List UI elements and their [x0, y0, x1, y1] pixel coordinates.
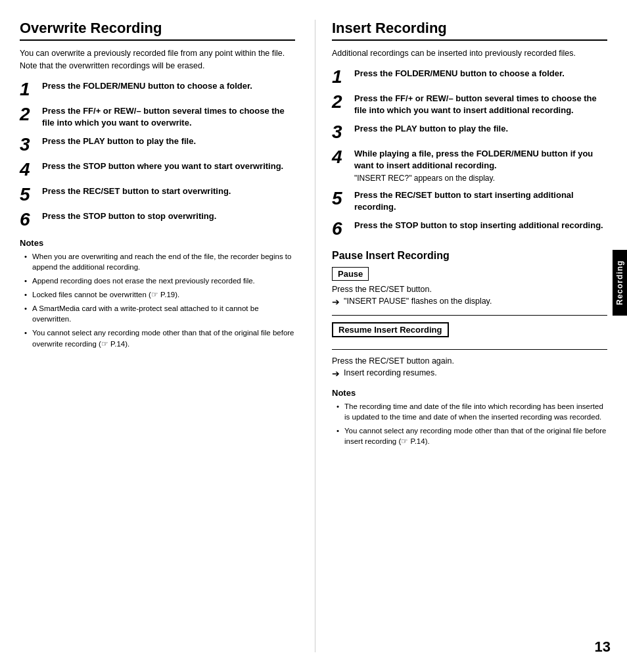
right-note-item: You cannot select any recording mode oth… — [335, 425, 607, 446]
left-steps-list: 1 Press the FOLDER/MENU button to choose… — [20, 80, 295, 229]
left-notes-section: Notes When you are overwriting and reach… — [20, 238, 295, 349]
step-text: Press the FOLDER/MENU button to choose a… — [42, 80, 252, 92]
left-note-item: A SmartMedia card with a write-protect s… — [23, 303, 295, 324]
right-steps-list: 1 Press the FOLDER/MENU button to choose… — [332, 68, 607, 238]
step-number: 6 — [20, 210, 38, 229]
right-step-item: 3 Press the PLAY button to play the file… — [332, 123, 607, 141]
step-text: Press the PLAY button to play the file. — [354, 124, 508, 133]
step-text: Press the FF/+ or REW/– button several t… — [42, 105, 295, 129]
left-notes-list: When you are overwriting and reach the e… — [20, 251, 295, 349]
left-note-item: You cannot select any recording mode oth… — [23, 327, 295, 348]
arrow-right-icon2: ➔ — [332, 368, 340, 379]
left-step-item: 1 Press the FOLDER/MENU button to choose… — [20, 80, 295, 99]
pause-box: Pause — [332, 267, 369, 281]
left-intro: You can overwrite a previously recorded … — [20, 47, 295, 72]
step-number: 5 — [20, 185, 38, 204]
right-step-item: 6 Press the STOP button to stop insertin… — [332, 220, 607, 238]
step-number: 4 — [20, 160, 38, 179]
step-text: Press the FOLDER/MENU button to choose a… — [354, 68, 565, 78]
pause-section-title: Pause Insert Recording — [332, 250, 607, 262]
step-number: 2 — [332, 93, 350, 111]
right-step-item: 1 Press the FOLDER/MENU button to choose… — [332, 68, 607, 86]
right-section-title: Insert Recording — [332, 20, 607, 41]
step-number: 3 — [20, 135, 38, 154]
resume-desc: Press the REC/SET button again. — [332, 356, 607, 366]
step-text: Press the STOP button to stop inserting … — [354, 220, 603, 230]
arrow-right-icon: ➔ — [332, 297, 340, 307]
right-notes-list: The recording time and date of the file … — [332, 401, 607, 446]
step-text: While playing a file, press the FOLDER/M… — [354, 149, 593, 170]
left-note-item: When you are overwriting and reach the e… — [23, 251, 295, 272]
left-step-item: 5 Press the REC/SET button to start over… — [20, 185, 295, 204]
step-text: Press the PLAY button to play the file. — [42, 135, 196, 147]
left-step-item: 4 Press the STOP button where you want t… — [20, 160, 295, 179]
pause-arrow-item: ➔ "INSERT PAUSE" flashes on the display. — [332, 297, 607, 307]
resume-arrow-item: ➔ Insert recording resumes. — [332, 368, 607, 379]
step-text: Press the STOP button to stop overwritin… — [42, 210, 216, 222]
divider — [332, 315, 607, 316]
divider2 — [332, 349, 607, 350]
right-step-item: 2 Press the FF/+ or REW/– button several… — [332, 93, 607, 116]
left-note-item: Locked files cannot be overwritten (☞ P.… — [23, 289, 295, 300]
step-number: 6 — [332, 220, 350, 238]
step-text: Press the REC/SET button to start insert… — [354, 190, 574, 212]
step-text: Press the STOP button where you want to … — [42, 160, 283, 172]
right-notes-title: Notes — [332, 388, 607, 398]
resume-arrow-text: Insert recording resumes. — [344, 368, 437, 377]
right-step-item: 5 Press the REC/SET button to start inse… — [332, 189, 607, 213]
left-step-item: 2 Press the FF/+ or REW/– button several… — [20, 105, 295, 129]
step-sub: "INSERT REC?" appears on the display. — [354, 174, 607, 183]
pause-insert-section: Pause Insert Recording Pause Press the R… — [332, 250, 607, 446]
step-number: 4 — [332, 148, 350, 166]
left-notes-title: Notes — [20, 238, 295, 248]
right-notes-section: Notes The recording time and date of the… — [332, 388, 607, 446]
step-number: 3 — [332, 123, 350, 141]
right-step-item: 4 While playing a file, press the FOLDER… — [332, 148, 607, 182]
step-text: Press the REC/SET button to start overwr… — [42, 185, 231, 197]
resume-box: Resume Insert Recording — [332, 322, 449, 337]
left-step-item: 3 Press the PLAY button to play the file… — [20, 135, 295, 154]
left-column: Overwrite Recording You can overwrite a … — [20, 20, 315, 652]
left-step-item: 6 Press the STOP button to stop overwrit… — [20, 210, 295, 229]
page-number: 13 — [595, 638, 611, 656]
left-section-title: Overwrite Recording — [20, 20, 295, 41]
step-number: 2 — [20, 105, 38, 124]
pause-desc: Press the REC/SET button. — [332, 285, 607, 294]
right-column: Insert Recording Additional recordings c… — [332, 20, 614, 652]
step-number: 5 — [332, 189, 350, 208]
step-number: 1 — [20, 80, 38, 99]
right-note-item: The recording time and date of the file … — [335, 401, 607, 422]
right-intro: Additional recordings can be inserted in… — [332, 47, 607, 60]
step-number: 1 — [332, 68, 350, 86]
pause-arrow-text: "INSERT PAUSE" flashes on the display. — [344, 297, 492, 306]
recording-tab: Recording — [613, 250, 627, 316]
left-note-item: Append recording does not erase the next… — [23, 276, 295, 286]
step-text: Press the FF/+ or REW/– button several t… — [354, 93, 597, 115]
